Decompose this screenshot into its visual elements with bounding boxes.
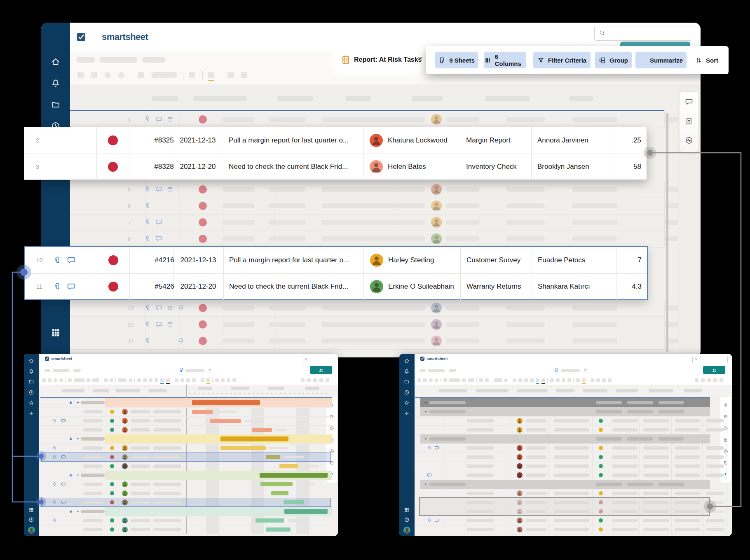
comment-icon[interactable] xyxy=(67,282,76,291)
gantt-task-row[interactable] xyxy=(40,416,332,426)
caret-down-icon[interactable] xyxy=(424,401,428,405)
gantt-bar[interactable] xyxy=(271,491,288,495)
gantt-section-row[interactable] xyxy=(40,507,332,516)
mini-sidebar-clock-icon[interactable] xyxy=(28,390,34,395)
mini-user-avatar[interactable] xyxy=(28,527,35,534)
mini-sidebar-home-icon[interactable] xyxy=(404,358,410,364)
comment-icon[interactable] xyxy=(427,473,432,478)
more-options-icon[interactable]: ⋯ xyxy=(238,377,242,381)
paperclip-icon[interactable] xyxy=(52,500,57,505)
favorite-star-icon[interactable] xyxy=(208,368,212,372)
paperclip-icon[interactable] xyxy=(53,282,62,291)
paperclip-icon[interactable] xyxy=(144,202,151,209)
group-button[interactable]: Group xyxy=(595,52,632,68)
caret-down-icon[interactable] xyxy=(424,482,428,486)
paperclip-icon[interactable] xyxy=(427,446,432,450)
grid-group-row[interactable] xyxy=(415,434,710,444)
rail-file-upload-icon[interactable] xyxy=(723,437,728,442)
box-icon[interactable] xyxy=(166,321,173,328)
table-row[interactable]: 6 xyxy=(70,198,664,215)
report-row[interactable]: 3#83282021-12-20Need to check the curren… xyxy=(24,154,647,180)
table-row[interactable]: 5 xyxy=(70,181,664,198)
paperclip-icon[interactable] xyxy=(52,518,57,523)
comment-icon[interactable] xyxy=(61,418,66,423)
gantt-task-row[interactable] xyxy=(40,425,332,435)
rail-box-icon[interactable] xyxy=(723,414,728,419)
gantt-task-row[interactable] xyxy=(40,525,332,534)
rail-copy-icon[interactable] xyxy=(723,460,728,465)
paperclip-icon[interactable] xyxy=(144,186,151,193)
filter-funnel-icon[interactable] xyxy=(417,56,424,64)
caret-down-icon[interactable] xyxy=(76,473,80,477)
paperclip-icon[interactable] xyxy=(53,256,62,265)
sort-button[interactable]: Sort xyxy=(689,52,724,68)
mini-sidebar-bell-icon[interactable] xyxy=(404,369,410,374)
comment-icon[interactable] xyxy=(155,235,162,242)
comment-icon[interactable] xyxy=(434,446,439,450)
panel-activity-icon[interactable] xyxy=(685,136,693,145)
table-row[interactable]: 7 xyxy=(70,214,664,231)
comment-icon[interactable] xyxy=(155,321,162,328)
mini-app-launcher-icon[interactable] xyxy=(28,507,34,513)
gantt-task-row[interactable] xyxy=(40,453,332,462)
paperclip-icon[interactable] xyxy=(144,116,151,123)
box-icon[interactable] xyxy=(166,304,173,311)
favorite-star-icon[interactable] xyxy=(583,368,588,372)
mini-sidebar-bell-icon[interactable] xyxy=(28,369,34,374)
mini-help-icon[interactable] xyxy=(28,517,34,523)
mini-sidebar-clock-icon[interactable] xyxy=(404,390,410,395)
paperclip-icon[interactable] xyxy=(144,235,151,242)
gantt-section-row[interactable] xyxy=(40,398,332,408)
paperclip-icon[interactable] xyxy=(52,482,57,487)
gantt-section-row[interactable] xyxy=(40,471,332,480)
table-row[interactable]: 8 xyxy=(70,231,664,247)
paperclip-icon[interactable] xyxy=(144,321,151,328)
gantt-task-row[interactable] xyxy=(40,498,332,507)
paperclip-icon[interactable] xyxy=(144,337,151,344)
panel-comment-icon[interactable] xyxy=(685,98,693,106)
more-options-icon[interactable]: ⋯ xyxy=(614,377,618,381)
grid-task-row[interactable] xyxy=(415,462,710,471)
grid-task-row[interactable] xyxy=(415,516,710,525)
filter-button[interactable]: Filter Criteria xyxy=(533,52,591,68)
mini-search-input[interactable] xyxy=(692,356,728,363)
mini-share-button[interactable] xyxy=(310,366,332,374)
gantt-bar[interactable] xyxy=(192,410,213,414)
box-icon[interactable] xyxy=(166,116,173,123)
mini-app-launcher-icon[interactable] xyxy=(404,507,410,513)
caret-down-icon[interactable] xyxy=(424,410,428,414)
grid-group-row[interactable] xyxy=(415,480,710,489)
rail-paperclip-icon[interactable] xyxy=(723,403,728,408)
comment-icon[interactable] xyxy=(61,500,66,505)
comment-icon[interactable] xyxy=(61,482,66,487)
vertical-scrollbar[interactable] xyxy=(666,113,668,352)
paperclip-icon[interactable] xyxy=(144,219,151,226)
paperclip-icon[interactable] xyxy=(52,455,57,460)
paperclip-icon[interactable] xyxy=(52,418,57,423)
gantt-bar[interactable] xyxy=(255,518,284,523)
gantt-task-row[interactable] xyxy=(40,480,332,489)
grid-task-row[interactable] xyxy=(415,425,710,435)
gantt-bar[interactable] xyxy=(252,428,272,432)
gantt-bar[interactable] xyxy=(266,527,291,532)
gantt-bar[interactable] xyxy=(210,419,241,423)
mini-sidebar-plus-icon[interactable] xyxy=(404,411,410,416)
comment-icon[interactable] xyxy=(61,455,66,460)
gantt-task-row[interactable] xyxy=(40,516,332,525)
columns-button[interactable]: 6 Columns xyxy=(484,52,526,68)
gantt-section-row[interactable] xyxy=(40,434,332,444)
grid-task-row[interactable] xyxy=(415,443,710,453)
table-row[interactable]: 12 xyxy=(70,300,664,317)
mini-help-icon[interactable] xyxy=(404,517,410,523)
table-row[interactable]: 14 xyxy=(70,333,664,350)
panel-file-upload-icon[interactable] xyxy=(685,117,693,125)
gantt-bar[interactable] xyxy=(220,446,266,450)
mini-user-avatar[interactable] xyxy=(403,527,410,534)
bell-icon[interactable] xyxy=(178,337,185,344)
caret-down-icon[interactable] xyxy=(76,437,80,441)
gantt-bar[interactable] xyxy=(284,500,304,504)
gantt-task-row[interactable] xyxy=(40,443,332,453)
comment-icon[interactable] xyxy=(155,186,162,193)
mini-sidebar-star-icon[interactable] xyxy=(28,400,34,406)
comment-icon[interactable] xyxy=(67,256,76,265)
